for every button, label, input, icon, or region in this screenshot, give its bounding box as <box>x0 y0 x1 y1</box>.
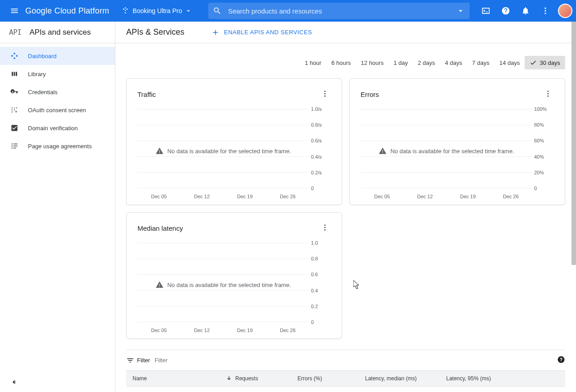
chart-menu-button[interactable] <box>542 88 554 101</box>
search-input[interactable] <box>228 7 456 15</box>
scrollbar-thumb[interactable] <box>571 22 576 265</box>
app-header: Google Cloud Platform Booking Ultra Pro <box>0 0 576 22</box>
platform-logo[interactable]: Google Cloud Platform <box>25 6 109 16</box>
more-vert-icon <box>321 223 329 232</box>
chart-card-traffic: Traffic 1.0/s0.8/s0.6/s0.4/s0.2/s0 No da… <box>126 78 342 205</box>
svg-point-14 <box>325 91 326 92</box>
time-range-7d[interactable]: 7 days <box>467 56 494 69</box>
chart-card-latency: Median latency 1.00.80.60.40.20 No data … <box>126 212 342 339</box>
time-range-selector: 1 hour 6 hours 12 hours 1 day 2 days 4 d… <box>126 56 565 69</box>
chevron-left-icon <box>10 378 17 386</box>
more-button[interactable] <box>536 2 554 20</box>
col-median[interactable]: Latency, median (ms) <box>365 375 446 382</box>
check-box-icon <box>9 124 20 132</box>
sidebar-item-dashboard[interactable]: Dashboard <box>0 47 115 65</box>
svg-point-4 <box>125 12 126 14</box>
chart-menu-button[interactable] <box>319 222 331 235</box>
svg-point-2 <box>125 9 126 11</box>
sidebar: API APIs and services Dashboard Library … <box>0 22 115 392</box>
no-data-message: No data is available for the selected ti… <box>361 147 532 155</box>
project-hex-icon <box>122 7 129 15</box>
key-icon <box>9 88 20 96</box>
chart-title: Errors <box>361 91 379 98</box>
plus-icon <box>211 28 219 36</box>
search-container <box>208 3 470 19</box>
no-data-message: No data is available for the selected ti… <box>137 281 309 289</box>
time-range-6h[interactable]: 6 hours <box>326 56 356 69</box>
sidebar-collapse-button[interactable] <box>0 372 115 392</box>
project-name: Booking Ultra Pro <box>133 7 182 14</box>
col-errors[interactable]: Errors (%) <box>297 375 365 382</box>
menu-button[interactable] <box>4 0 25 22</box>
dropdown-icon <box>185 7 192 14</box>
help-icon: ? <box>557 356 565 364</box>
chart-body: 1.0/s0.8/s0.6/s0.4/s0.2/s0 No data is av… <box>137 109 331 199</box>
avatar[interactable] <box>558 4 572 18</box>
filter-input[interactable] <box>155 357 557 364</box>
svg-point-20 <box>325 224 326 226</box>
svg-point-10 <box>16 107 17 108</box>
col-name[interactable]: Name <box>126 375 225 382</box>
svg-point-0 <box>123 9 124 10</box>
svg-point-6 <box>544 10 546 11</box>
svg-point-9 <box>14 107 15 108</box>
sidebar-item-library[interactable]: Library <box>0 65 115 83</box>
table-row[interactable]: BigQuery API <box>126 387 565 392</box>
svg-point-16 <box>325 96 326 97</box>
no-data-message: No data is available for the selected ti… <box>137 147 309 155</box>
chart-card-errors: Errors 100%80%60%40%20%0 No data is avai… <box>349 78 565 205</box>
time-range-12h[interactable]: 12 hours <box>356 56 389 69</box>
svg-point-7 <box>544 13 546 14</box>
warning-icon <box>155 147 164 155</box>
sidebar-item-label: Dashboard <box>28 53 57 59</box>
svg-point-5 <box>544 8 546 9</box>
sidebar-item-label: Credentials <box>28 89 58 96</box>
more-vert-icon <box>544 90 552 98</box>
help-button[interactable] <box>497 2 515 20</box>
project-selector[interactable]: Booking Ultra Pro <box>118 5 196 17</box>
time-range-2d[interactable]: 2 days <box>413 56 440 69</box>
chart-title: Traffic <box>137 91 156 98</box>
arrow-down-icon <box>225 375 233 382</box>
chart-title: Median latency <box>137 224 183 232</box>
library-icon <box>9 70 20 78</box>
svg-point-1 <box>125 7 126 9</box>
filter-help-button[interactable]: ? <box>557 356 565 365</box>
page-title: APIs & Services <box>126 27 184 37</box>
chevron-down-icon[interactable] <box>456 6 465 15</box>
chart-body: 1.00.80.60.40.20 No data is available fo… <box>137 243 331 333</box>
header-actions <box>477 2 572 20</box>
time-range-1h[interactable]: 1 hour <box>300 56 326 69</box>
notifications-button[interactable] <box>517 2 535 20</box>
enable-apis-button[interactable]: ENABLE APIS AND SERVICES <box>211 28 312 36</box>
time-range-30d[interactable]: 30 days <box>525 56 565 69</box>
time-range-1d[interactable]: 1 day <box>389 56 413 69</box>
search-icon <box>213 6 222 15</box>
cloud-shell-button[interactable] <box>477 2 495 20</box>
svg-point-12 <box>14 109 15 110</box>
sidebar-item-domain[interactable]: Domain verification <box>0 119 115 137</box>
svg-point-3 <box>127 9 128 10</box>
more-vert-icon <box>321 90 329 98</box>
svg-point-15 <box>325 93 326 95</box>
sidebar-item-label: Page usage agreements <box>28 143 92 150</box>
warning-icon <box>155 281 164 289</box>
check-icon <box>530 59 537 66</box>
hamburger-icon <box>10 6 19 15</box>
chart-body: 100%80%60%40%20%0 No data is available f… <box>361 109 554 199</box>
svg-text:?: ? <box>560 357 562 362</box>
search-box[interactable] <box>208 3 470 19</box>
sidebar-item-label: OAuth consent screen <box>28 107 86 114</box>
col-p95[interactable]: Latency, 95% (ms) <box>446 375 565 382</box>
svg-point-22 <box>325 229 326 231</box>
sidebar-item-oauth[interactable]: OAuth consent screen <box>0 101 115 119</box>
col-requests[interactable]: Requests <box>225 375 297 382</box>
svg-point-8 <box>12 107 13 108</box>
chart-menu-button[interactable] <box>319 88 331 101</box>
time-range-14d[interactable]: 14 days <box>494 56 525 69</box>
svg-point-13 <box>12 111 13 112</box>
filter-bar: Filter ? <box>126 350 565 370</box>
time-range-4d[interactable]: 4 days <box>440 56 467 69</box>
sidebar-item-credentials[interactable]: Credentials <box>0 83 115 101</box>
sidebar-item-agreements[interactable]: Page usage agreements <box>0 137 115 155</box>
